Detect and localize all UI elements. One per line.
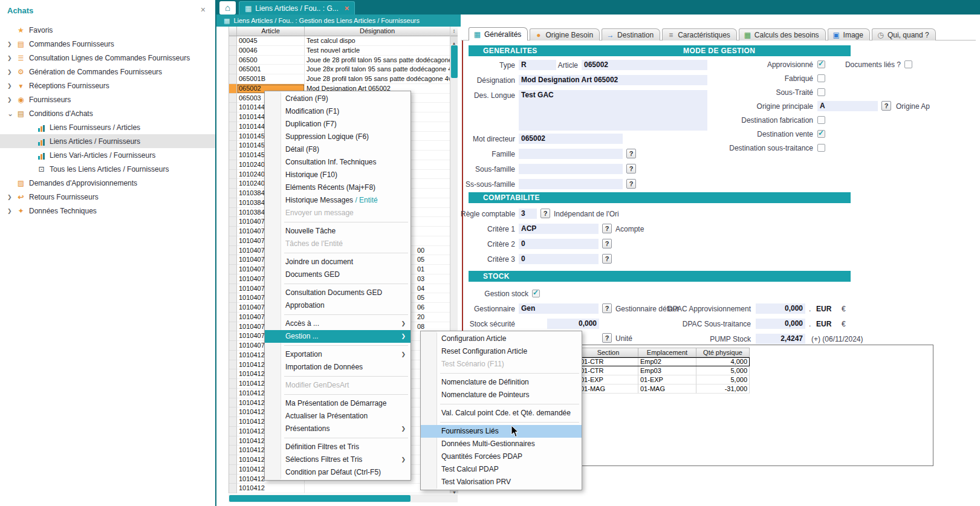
row-selector[interactable] (229, 427, 237, 436)
context-menu-item[interactable]: Consultation Documents GED (265, 287, 410, 299)
tab-liens-articles[interactable]: Liens Articles / Fou.. : G... × (239, 1, 355, 15)
critere1-field[interactable]: ACP (519, 224, 599, 234)
panel-tab[interactable]: Généralités (469, 27, 528, 41)
column-header-designation[interactable]: Désignation (305, 27, 450, 36)
context-menu-item[interactable]: Historique (F10) (265, 169, 410, 181)
horizontal-scrollbar[interactable] (229, 495, 458, 502)
sous-famille-help-button[interactable]: ? (626, 164, 636, 174)
regle-comptable-field[interactable]: 3 (519, 209, 537, 219)
row-selector[interactable] (229, 484, 237, 493)
row-selector[interactable] (229, 341, 237, 351)
panel-tab[interactable]: Qui, quand ? (872, 28, 936, 41)
context-menu-item[interactable]: Modification (F1) (265, 105, 410, 118)
context-menu-item[interactable]: Historique Messages / Entité (265, 194, 410, 207)
row-selector[interactable] (229, 303, 237, 313)
panel-tab[interactable]: Destination (602, 28, 660, 41)
stock-securite-field[interactable]: 0,000 (547, 319, 599, 329)
row-selector[interactable] (229, 455, 237, 465)
row-selector[interactable] (229, 331, 237, 341)
row-selector[interactable] (229, 417, 237, 427)
panel-tab[interactable]: Calculs des besoins (739, 28, 826, 41)
row-selector[interactable] (229, 407, 237, 417)
row-selector[interactable] (229, 198, 237, 208)
sidebar-item[interactable]: Réceptions Fournisseurs (0, 79, 215, 92)
designation-field[interactable]: Mod Designation Art 065002 (519, 75, 707, 85)
submenu-item[interactable]: Nomenclature de Définition (421, 376, 582, 389)
row-selector[interactable] (229, 236, 237, 246)
approvisionne-checkbox[interactable] (817, 60, 825, 68)
row-selector[interactable] (229, 189, 237, 198)
row-selector[interactable] (229, 246, 237, 256)
row-selector[interactable] (229, 179, 237, 189)
row-selector[interactable] (229, 151, 237, 160)
row-selector[interactable] (229, 94, 237, 103)
context-menu-item[interactable]: Documents GED (265, 268, 410, 281)
context-menu-item[interactable]: Eléments Récents (Maj+F8) (265, 181, 410, 194)
row-selector[interactable] (229, 170, 237, 180)
stock-column-header[interactable]: Emplacement (638, 348, 696, 357)
submenu-item[interactable]: Configuration Article (421, 332, 582, 345)
sidebar-close-icon[interactable]: × (201, 5, 206, 15)
ss-sous-famille-field[interactable] (519, 179, 623, 189)
critere3-field[interactable]: 0 (519, 254, 599, 264)
context-menu-item[interactable]: Exportation (265, 348, 410, 361)
context-menu-item[interactable]: Présentations (265, 423, 410, 435)
stock-row[interactable]: 01-CTR Emp02 4,000 (578, 357, 750, 366)
context-menu-item[interactable]: Actualiser la Présentation (265, 410, 410, 423)
row-selector[interactable] (229, 112, 237, 122)
table-row[interactable]: 06500 Joue de 28 profil talon 95 sans pa… (229, 56, 450, 65)
sidebar-item[interactable]: Tous les Liens Articles / Fournisseurs (0, 162, 215, 176)
famille-help-button[interactable]: ? (626, 149, 636, 158)
context-menu-item[interactable]: Importation de Données (265, 361, 410, 374)
famille-field[interactable] (519, 149, 623, 159)
context-menu-item[interactable]: Détail (F8) (265, 143, 410, 156)
row-selector[interactable] (229, 160, 237, 170)
row-selector[interactable] (229, 36, 237, 46)
stock-row[interactable]: 01-MAG 01-MAG -31,000 (578, 384, 750, 394)
row-selector[interactable] (229, 255, 237, 265)
row-selector[interactable] (229, 65, 237, 74)
submenu-item[interactable]: Données Multi-Gestionnaires (421, 438, 582, 450)
stock-column-header[interactable]: Qté physique (696, 348, 750, 357)
row-selector[interactable] (229, 274, 237, 284)
sidebar-item[interactable]: Retours Fournisseurs (0, 190, 215, 204)
scrollbar-thumb[interactable] (451, 45, 458, 78)
origine-principale-help-button[interactable]: ? (881, 101, 891, 111)
mot-directeur-field[interactable]: 065002 (519, 134, 623, 144)
dpac-appro-field[interactable]: 0,000 (756, 303, 805, 314)
context-menu-item[interactable]: Suppression Logique (F6) (265, 131, 410, 143)
context-menu-item[interactable]: Ma Présentation de Démarrage (265, 397, 410, 410)
scroll-up-button[interactable] (450, 36, 458, 44)
gestionnaire-help-button[interactable]: ? (602, 303, 612, 313)
article-field[interactable]: 065002 (582, 60, 707, 70)
sidebar-item[interactable]: Commandes Fournisseurs (0, 37, 215, 51)
sidebar-item[interactable]: Favoris (0, 23, 215, 37)
home-button[interactable] (219, 1, 236, 15)
row-selector[interactable] (229, 398, 237, 408)
context-menu-item[interactable]: Consultation Inf. Techniques (265, 156, 410, 169)
row-selector[interactable] (229, 322, 237, 332)
unite-help-button[interactable]: ? (602, 333, 612, 343)
scrollbar-thumb[interactable] (229, 495, 410, 502)
critere3-help-button[interactable]: ? (602, 254, 612, 264)
row-selector[interactable] (229, 284, 237, 294)
stock-column-header[interactable]: Section (578, 348, 638, 357)
panel-tab[interactable]: Caractéristiques (662, 28, 737, 41)
sidebar-item[interactable]: Liens Fournisseurs / Articles (0, 120, 215, 134)
submenu-item[interactable]: Reset Configuration Article (421, 345, 582, 358)
documents-lies-checkbox[interactable] (904, 60, 912, 68)
row-selector[interactable] (229, 141, 237, 151)
row-selector[interactable] (229, 436, 237, 446)
submenu-item[interactable]: Nomenclature de Pointeurs (421, 389, 582, 401)
context-menu-item[interactable]: Sélections Filtres et Tris (265, 453, 410, 466)
row-selector[interactable] (229, 389, 237, 398)
context-menu-item[interactable]: Nouvelle Tâche (265, 225, 410, 238)
stock-row[interactable]: 01-EXP 01-EXP 5,000 (578, 375, 750, 384)
sidebar-item[interactable]: Consultation Lignes de Commandes Fournis… (0, 51, 215, 65)
submenu-item[interactable]: Test Valorisation PRV (421, 476, 582, 488)
row-selector[interactable] (229, 208, 237, 218)
ss-sous-famille-help-button[interactable]: ? (626, 179, 636, 189)
submenu-item[interactable]: Val. Calcul point Cde. et Qté. demandée (421, 407, 582, 420)
sous-traite-checkbox[interactable] (817, 88, 825, 96)
column-header-article[interactable]: Article (237, 27, 305, 36)
